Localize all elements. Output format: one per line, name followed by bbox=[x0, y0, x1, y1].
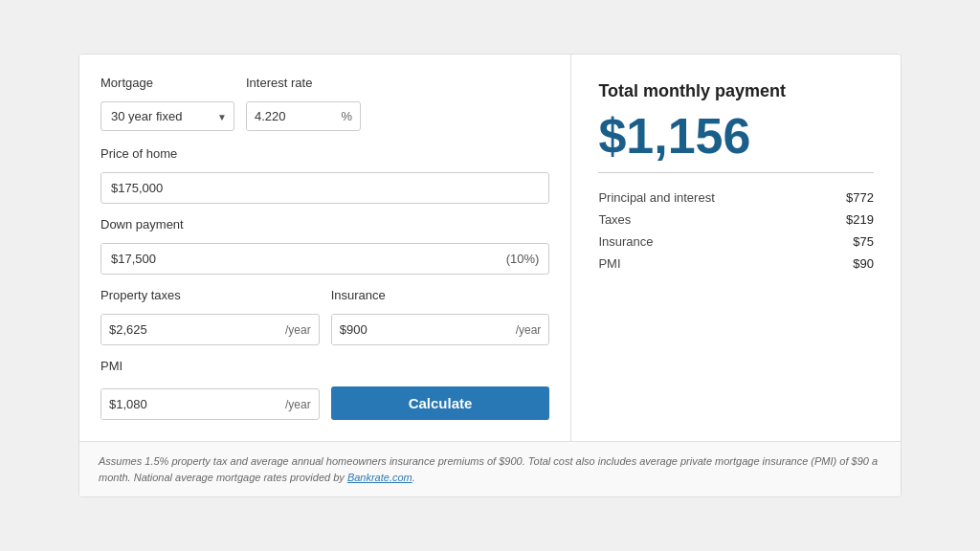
mortgage-label: Mortgage bbox=[100, 76, 234, 90]
breakdown-value: $772 bbox=[821, 187, 874, 209]
mortgage-field-group: Mortgage 30 year fixed 15 year fixed 5/1… bbox=[100, 76, 234, 131]
insurance-input[interactable] bbox=[332, 315, 508, 344]
down-payment-pct: (10%) bbox=[497, 244, 549, 274]
price-of-home-field-group: Price of home bbox=[100, 146, 549, 204]
mortgage-select[interactable]: 30 year fixed 15 year fixed 5/1 ARM bbox=[100, 101, 234, 131]
breakdown-row: Principal and interest$772 bbox=[598, 187, 874, 209]
price-of-home-input[interactable] bbox=[100, 172, 549, 204]
footer-text-after: . bbox=[412, 472, 415, 483]
result-divider bbox=[598, 172, 874, 173]
pmi-label-group: PMI bbox=[100, 359, 549, 379]
input-panel: Mortgage 30 year fixed 15 year fixed 5/1… bbox=[79, 55, 571, 441]
calculate-button[interactable]: Calculate bbox=[331, 386, 550, 420]
taxes-insurance-row: Property taxes /year Insurance /year bbox=[100, 288, 549, 345]
insurance-input-wrapper: /year bbox=[331, 314, 550, 345]
breakdown-label: PMI bbox=[598, 253, 820, 275]
pmi-unit: /year bbox=[278, 390, 319, 419]
total-monthly-amount: $1,156 bbox=[598, 111, 874, 161]
down-payment-input-wrapper: (10%) bbox=[100, 243, 549, 275]
breakdown-row: PMI$90 bbox=[598, 253, 874, 275]
pmi-input-wrapper: /year bbox=[100, 388, 320, 420]
property-taxes-input[interactable] bbox=[101, 315, 278, 344]
insurance-unit: /year bbox=[508, 316, 549, 344]
bankrate-link[interactable]: Bankrate.com bbox=[347, 472, 412, 483]
mortgage-calculator: Mortgage 30 year fixed 15 year fixed 5/1… bbox=[78, 54, 902, 497]
pmi-label: PMI bbox=[100, 359, 549, 373]
breakdown-row: Taxes$219 bbox=[598, 209, 874, 231]
property-taxes-unit: /year bbox=[278, 316, 319, 344]
price-of-home-label: Price of home bbox=[100, 146, 549, 161]
breakdown-row: Insurance$75 bbox=[598, 231, 874, 253]
property-taxes-label: Property taxes bbox=[100, 288, 320, 302]
interest-rate-label: Interest rate bbox=[246, 76, 361, 90]
breakdown-value: $90 bbox=[821, 253, 874, 275]
breakdown-value: $75 bbox=[821, 231, 874, 253]
property-taxes-input-wrapper: /year bbox=[100, 314, 320, 345]
breakdown-label: Insurance bbox=[598, 231, 820, 253]
breakdown-table: Principal and interest$772Taxes$219Insur… bbox=[598, 187, 874, 275]
results-panel: Total monthly payment $1,156 Principal a… bbox=[571, 55, 901, 441]
insurance-field-group: Insurance /year bbox=[331, 288, 550, 345]
down-payment-label: Down payment bbox=[100, 217, 549, 231]
interest-rate-input[interactable] bbox=[247, 102, 339, 130]
footer-text: Assumes 1.5% property tax and average an… bbox=[99, 455, 878, 483]
interest-rate-input-wrapper: % bbox=[246, 101, 361, 131]
pmi-field-group: /year bbox=[100, 388, 320, 420]
interest-rate-field-group: Interest rate % bbox=[246, 76, 361, 131]
interest-rate-suffix: % bbox=[339, 102, 360, 130]
pmi-calculate-row: /year Calculate bbox=[100, 386, 549, 420]
breakdown-value: $219 bbox=[821, 209, 874, 231]
footer: Assumes 1.5% property tax and average an… bbox=[79, 441, 901, 496]
mortgage-select-wrapper: 30 year fixed 15 year fixed 5/1 ARM ▼ bbox=[100, 101, 234, 131]
pmi-input[interactable] bbox=[101, 389, 278, 419]
breakdown-label: Principal and interest bbox=[598, 187, 820, 209]
total-monthly-payment-label: Total monthly payment bbox=[598, 81, 874, 101]
property-taxes-field-group: Property taxes /year bbox=[100, 288, 320, 345]
insurance-label: Insurance bbox=[331, 288, 550, 302]
down-payment-field-group: Down payment (10%) bbox=[100, 217, 549, 275]
breakdown-label: Taxes bbox=[598, 209, 820, 231]
down-payment-input[interactable] bbox=[101, 244, 497, 274]
